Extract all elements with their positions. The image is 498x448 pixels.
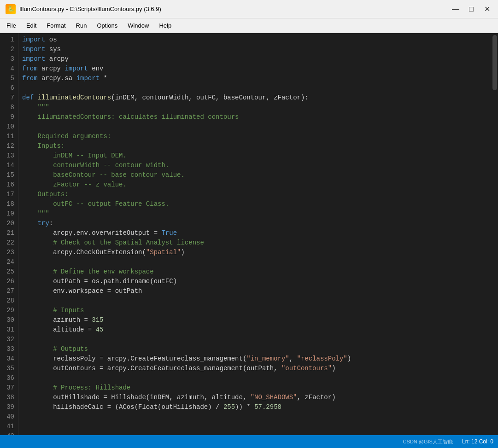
code-area[interactable]: import os import sys import arcpy from a…: [18, 33, 492, 435]
close-button[interactable]: ✕: [481, 4, 492, 15]
scrollbar[interactable]: [492, 33, 498, 435]
menu-run[interactable]: Run: [71, 20, 92, 31]
title-bar: 🐍 IllumContours.py - C:\Scripts\IllumCon…: [0, 0, 498, 18]
window-controls: — □ ✕: [450, 4, 492, 15]
menu-format[interactable]: Format: [42, 20, 70, 31]
menu-bar: File Edit Format Run Options Window Help: [0, 18, 498, 33]
editor-container: 1 2 3 4 5 6 7 8 9 10 11 12 13 14 15 16 1…: [0, 33, 498, 435]
menu-window[interactable]: Window: [123, 20, 153, 31]
menu-file[interactable]: File: [2, 20, 21, 31]
menu-help[interactable]: Help: [154, 20, 176, 31]
status-bar: CSDN @GIS人工智能 Ln: 12 Col: 0: [0, 435, 498, 448]
line-numbers: 1 2 3 4 5 6 7 8 9 10 11 12 13 14 15 16 1…: [0, 33, 18, 435]
watermark-text: CSDN @GIS人工智能: [403, 438, 453, 445]
menu-options[interactable]: Options: [92, 20, 122, 31]
menu-edit[interactable]: Edit: [22, 20, 41, 31]
cursor-position: Ln: 12 Col: 0: [462, 438, 493, 445]
title-text: IllumContours.py - C:\Scripts\IllumConto…: [19, 6, 161, 12]
minimize-button[interactable]: —: [450, 4, 461, 15]
scrollbar-thumb[interactable]: [492, 35, 497, 90]
maximize-button[interactable]: □: [466, 4, 477, 15]
app-icon: 🐍: [6, 4, 16, 14]
